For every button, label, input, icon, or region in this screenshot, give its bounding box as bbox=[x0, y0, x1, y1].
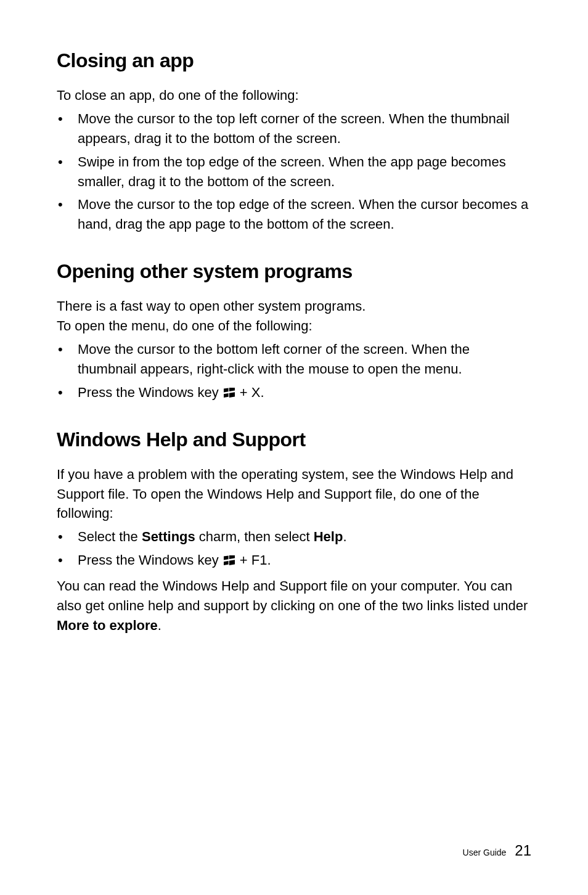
svg-rect-2 bbox=[224, 393, 229, 398]
list-item: Select the Settings charm, then select H… bbox=[57, 527, 531, 547]
svg-rect-7 bbox=[229, 560, 235, 566]
text-fragment: + X. bbox=[236, 385, 264, 400]
svg-rect-4 bbox=[224, 556, 229, 560]
svg-rect-3 bbox=[229, 392, 235, 398]
page-footer: User Guide 21 bbox=[463, 842, 531, 859]
bullet-list-closing: Move the cursor to the top left corner o… bbox=[57, 109, 531, 234]
footer-label: User Guide bbox=[463, 848, 507, 857]
text-fragment: . bbox=[343, 529, 346, 544]
bold-help: Help bbox=[314, 529, 343, 544]
bullet-list-opening: Move the cursor to the bottom left corne… bbox=[57, 340, 531, 403]
heading-opening-programs: Opening other system programs bbox=[57, 260, 531, 283]
text-fragment: . bbox=[158, 618, 161, 633]
section-windows-help: Windows Help and Support If you have a p… bbox=[57, 428, 531, 635]
list-item: Press the Windows key + F1. bbox=[57, 550, 531, 570]
svg-rect-0 bbox=[224, 388, 229, 392]
page-number: 21 bbox=[515, 842, 531, 859]
svg-rect-5 bbox=[229, 555, 235, 559]
text-fragment: + F1. bbox=[236, 552, 271, 568]
svg-rect-6 bbox=[224, 561, 229, 565]
bold-settings: Settings bbox=[142, 529, 195, 544]
heading-windows-help: Windows Help and Support bbox=[57, 428, 531, 451]
after-list-help: You can read the Windows Help and Suppor… bbox=[57, 576, 531, 635]
text-fragment: Press the Windows key bbox=[78, 552, 223, 568]
intro-opening-2: To open the menu, do one of the followin… bbox=[57, 316, 531, 336]
svg-rect-1 bbox=[229, 388, 235, 391]
section-closing-an-app: Closing an app To close an app, do one o… bbox=[57, 49, 531, 234]
windows-key-icon bbox=[224, 388, 235, 398]
list-item: Move the cursor to the top left corner o… bbox=[57, 109, 531, 149]
text-fragment: charm, then select bbox=[195, 529, 314, 544]
intro-closing: To close an app, do one of the following… bbox=[57, 86, 531, 105]
list-item: Swipe in from the top edge of the screen… bbox=[57, 152, 531, 192]
bold-more-to-explore: More to explore bbox=[57, 618, 158, 633]
text-fragment: Select the bbox=[78, 529, 142, 544]
text-fragment: Press the Windows key bbox=[78, 385, 223, 400]
list-item: Move the cursor to the top edge of the s… bbox=[57, 195, 531, 234]
intro-help: If you have a problem with the operating… bbox=[57, 465, 531, 524]
windows-key-icon bbox=[224, 555, 235, 565]
bullet-list-help: Select the Settings charm, then select H… bbox=[57, 527, 531, 570]
intro-opening-1: There is a fast way to open other system… bbox=[57, 296, 531, 316]
list-item: Move the cursor to the bottom left corne… bbox=[57, 340, 531, 379]
heading-closing-an-app: Closing an app bbox=[57, 49, 531, 72]
section-opening-programs: Opening other system programs There is a… bbox=[57, 260, 531, 402]
list-item: Press the Windows key + X. bbox=[57, 383, 531, 403]
text-fragment: You can read the Windows Help and Suppor… bbox=[57, 578, 528, 613]
